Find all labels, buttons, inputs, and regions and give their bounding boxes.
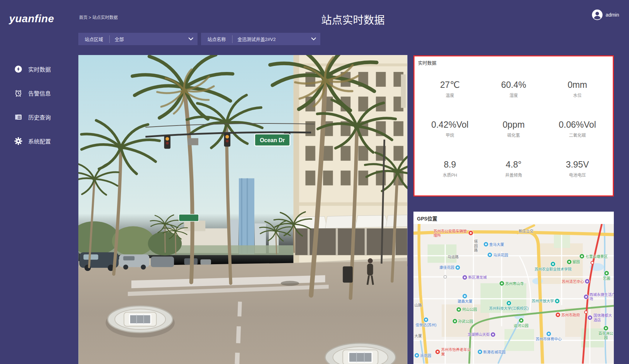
map-poi-label: 何山公园	[462, 307, 477, 311]
map-poi: 康佳花园	[440, 265, 460, 270]
metric-value: 27℃	[440, 80, 460, 90]
map-poi-label: 龙湖狮山天街	[467, 332, 490, 336]
page: yuanfine 实时数据 告警信息	[0, 0, 629, 364]
map-poi-icon	[462, 275, 467, 280]
street-sign-text: Ocean Dr	[260, 137, 285, 143]
map-poi: 百花洲公园	[598, 326, 614, 340]
map-poi-label: 百花洲公园	[598, 331, 614, 340]
sidebar-item-history-query[interactable]: 历史查询	[0, 105, 77, 129]
map-poi-label: 康佳花园	[440, 265, 454, 269]
map-poi: 苏州市政府	[556, 313, 580, 317]
metric-value: 60.4%	[501, 80, 526, 90]
map-poi-icon	[588, 315, 592, 320]
user-menu[interactable]: admin	[592, 9, 619, 20]
map-poi-icon	[488, 253, 492, 257]
map-poi: 西城永捷生活广场	[584, 292, 614, 301]
metric-h2s: 0ppm 硫化氢	[482, 109, 546, 148]
map-poi-icon	[484, 242, 488, 247]
metric-co2: 0.06%Vol 二氧化碳	[545, 109, 609, 148]
sidebar-item-label: 历史查询	[28, 113, 51, 121]
map-poi-label: 新庄立交	[519, 229, 533, 233]
metric-value: 8.9	[444, 159, 456, 170]
gps-card-title: GPS位置	[413, 212, 614, 224]
user-avatar-icon	[592, 9, 603, 20]
map-poi: 苏州清艺中心	[562, 279, 589, 284]
street-photo-illustration: Ocean Dr	[78, 55, 407, 364]
chevron-down-icon	[311, 37, 316, 41]
metric-value: 0.42%Vol	[431, 120, 469, 130]
realtime-data-card: 实时数据 27℃ 温度 60.4% 湿度 0mm 水位 0.42%Vol 甲烷 …	[413, 55, 614, 196]
map-poi-icon	[478, 350, 482, 354]
metric-value: 4.8°	[506, 159, 522, 170]
map-poi: 马浜花园	[488, 253, 508, 257]
site-photo: Ocean Dr	[78, 55, 407, 364]
map-poi: 孙武公园	[453, 319, 473, 323]
map-poi-icon	[507, 301, 511, 305]
map-poi: 龙湖狮山天街	[467, 332, 495, 337]
metric-label: 电池电压	[569, 172, 586, 178]
map-poi-label: 西城永捷生活广场	[589, 292, 614, 301]
map-poi-label: 苏州清艺中心	[562, 279, 584, 284]
map-poi-label: 苏州市政府	[561, 313, 580, 317]
map-poi-icon	[519, 318, 524, 323]
sidebar-item-realtime-data[interactable]: 实时数据	[0, 57, 77, 81]
filter-bar: 站点区域 全部 站点名称 金迅测试井盖2#V2	[78, 33, 320, 45]
map-poi-label: 苏州农业职业技术学院	[534, 267, 573, 271]
sidebar-menu: 实时数据 告警信息 历史查询	[0, 57, 77, 153]
map-poi-label: 苏州寒山寺	[505, 281, 524, 286]
map-poi-label: 建鑫大厦	[458, 299, 472, 303]
map-poi: 苏州市体育中心	[536, 332, 562, 341]
alarm-clock-icon	[14, 89, 23, 97]
map-poi: 建鑫大厦	[458, 294, 472, 303]
map-poi-icon	[456, 307, 461, 312]
map-poi: 苏州寒山寺	[500, 281, 524, 286]
metric-label: 甲烷	[446, 132, 454, 138]
map-poi: 新庄立交	[519, 229, 533, 233]
map-poi-icon	[453, 319, 457, 323]
map-poi-label: 浜花园	[420, 353, 431, 358]
map-poi: 佳世达(苏州)	[416, 317, 437, 327]
chevron-down-icon	[188, 37, 193, 41]
map-poi-label: 新区港龙城	[468, 275, 487, 279]
map-poi-icon	[585, 279, 589, 284]
map-poi: 新港名城花园	[478, 350, 506, 354]
map-poi-label: 苏州市公安局车辆管理所	[434, 229, 467, 237]
map-poi-label: 金马大厦	[489, 242, 504, 247]
map-poi-icon	[555, 299, 560, 303]
map-poi-label: 七里山塘景区	[585, 254, 607, 259]
map-poi: 大厦	[415, 334, 422, 338]
user-name: admin	[606, 12, 619, 18]
sidebar-item-alarm-info[interactable]: 告警信息	[0, 81, 77, 105]
brand-logo: yuanfine	[0, 0, 77, 25]
metric-humidity: 60.4% 湿度	[482, 69, 546, 109]
map-poi-label: 佳世达(苏州)	[416, 323, 437, 327]
region-filter-dropdown[interactable]: 站点区域 全部	[78, 33, 198, 45]
metric-label: 井盖倾角	[505, 172, 522, 178]
street-sign: Ocean Dr	[255, 134, 290, 146]
realtime-card-title: 实时数据	[415, 56, 613, 66]
sidebar-item-system-config[interactable]: 系统配置	[0, 129, 77, 153]
map-poi-label: 苏州开放大学	[532, 299, 554, 303]
gps-map[interactable]: 苏州市公安局车辆管理所金马大厦马浜花园康佳花园新区港龙城苏州寒山寺苏州农业职业技…	[413, 224, 614, 364]
gps-location-card: GPS位置	[413, 212, 614, 364]
metrics-grid: 27℃ 温度 60.4% 湿度 0mm 水位 0.42%Vol 甲烷 0ppm …	[415, 69, 613, 189]
map-poi-label: 山路	[415, 303, 422, 307]
site-filter-dropdown[interactable]: 站点名称 金迅测试井盖2#V2	[201, 33, 320, 45]
map-poi-label: 孙武公园	[458, 319, 473, 323]
map-poi-label: 艺圃	[603, 276, 610, 280]
map-poi: 苏州开放大学	[532, 299, 560, 303]
map-poi-label: 马浜花园	[493, 253, 508, 257]
region-filter-value: 全部	[110, 36, 129, 42]
map-poi: 塔园路	[473, 239, 478, 253]
map-poi-label: 马运路	[448, 255, 459, 259]
map-poi-icon	[462, 294, 467, 298]
map-poi: 苏州科技大学(江枫校区)	[488, 301, 530, 310]
metric-value: 0.06%Vol	[559, 120, 596, 130]
metric-value: 0mm	[568, 80, 587, 90]
metric-ph: 8.9 水质PH	[418, 149, 482, 189]
sidebar: yuanfine 实时数据 告警信息	[0, 0, 77, 364]
realtime-gauge-icon	[14, 65, 23, 73]
history-list-icon	[14, 113, 23, 121]
map-poi: 马运路	[448, 255, 459, 259]
map-poi-icon	[551, 262, 555, 266]
